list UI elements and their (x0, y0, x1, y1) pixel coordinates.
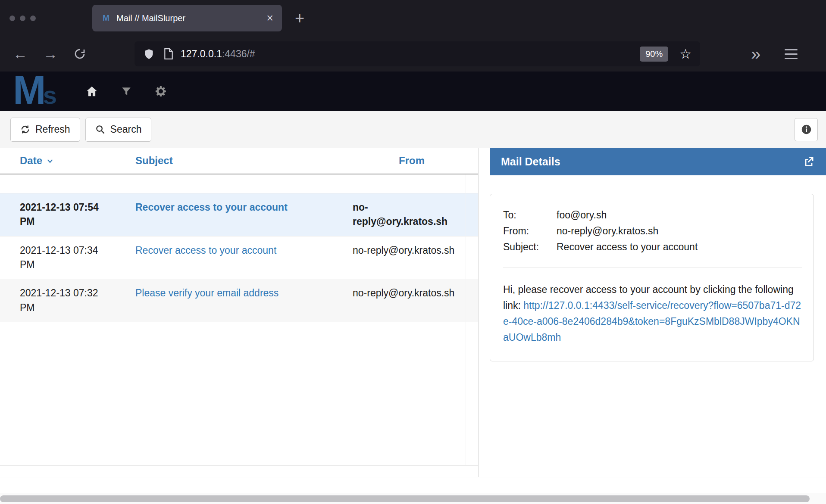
app-toolbar: Refresh Search (0, 111, 826, 148)
toolbar-overflow-icon[interactable]: » (751, 45, 760, 62)
open-in-new-window-icon[interactable] (803, 156, 815, 168)
mail-subject-link[interactable]: Recover access to your account (129, 200, 345, 229)
refresh-button[interactable]: Refresh (10, 118, 80, 142)
logo-letter-m: M (13, 73, 44, 107)
window-close-button[interactable] (9, 16, 15, 21)
mail-from: no-reply@ory.kratos.sh (345, 243, 479, 272)
browser-window: M Mail // MailSlurper × + ← → (0, 0, 826, 504)
page-info-icon[interactable] (163, 48, 174, 59)
window-controls (9, 16, 36, 21)
mail-rows: 2021-12-13 07:54 PM Recover access to yo… (0, 193, 478, 322)
mail-details-header: Mail Details (490, 148, 826, 175)
tab-mailslurper[interactable]: M Mail // MailSlurper × (92, 5, 282, 31)
horizontal-scrollbar-thumb[interactable] (0, 495, 810, 502)
filter-icon[interactable] (121, 86, 132, 97)
url-host: 127.0.0.1 (181, 48, 222, 59)
horizontal-scrollbar-track[interactable] (0, 493, 826, 504)
column-header-date-label: Date (20, 155, 42, 167)
shield-icon[interactable] (143, 48, 155, 60)
field-from: From: no-reply@ory.kratos.sh (503, 223, 802, 239)
zoom-level-badge[interactable]: 90% (640, 47, 668, 62)
logo-letter-s: s (43, 81, 57, 109)
field-from-label: From: (503, 223, 557, 239)
url-bar[interactable]: 127.0.0.1:4436/# 90% ☆ (135, 41, 700, 66)
mail-row[interactable]: 2021-12-13 07:32 PM Please verify your e… (0, 279, 478, 322)
mail-details-title: Mail Details (501, 156, 803, 168)
forward-icon[interactable]: → (43, 47, 58, 61)
menu-hamburger-icon[interactable] (785, 49, 798, 59)
column-header-from: From (345, 155, 479, 167)
mail-body: Hi, please recover access to your accoun… (503, 282, 802, 345)
field-subject-label: Subject: (503, 239, 557, 255)
url-path: :4436/# (222, 48, 255, 59)
field-subject-value: Recover access to your account (557, 239, 698, 255)
window-maximize-button[interactable] (30, 16, 36, 21)
field-to-value: foo@ory.sh (557, 207, 607, 223)
mail-date: 2021-12-13 07:54 PM (0, 200, 129, 229)
window-minimize-button[interactable] (20, 16, 25, 21)
sort-desc-icon (46, 157, 54, 165)
search-button[interactable]: Search (85, 118, 152, 142)
mail-date: 2021-12-13 07:32 PM (0, 286, 129, 315)
gear-icon[interactable] (154, 85, 167, 98)
reload-icon[interactable] (73, 47, 86, 60)
refresh-button-label: Refresh (35, 124, 70, 135)
mail-row[interactable]: 2021-12-13 07:54 PM Recover access to yo… (0, 193, 478, 236)
field-subject: Subject: Recover access to your account (503, 239, 802, 255)
mail-details-card: To: foo@ory.sh From: no-reply@ory.kratos… (490, 194, 814, 361)
new-tab-button[interactable]: + (295, 10, 304, 26)
tab-title: Mail // MailSlurper (116, 13, 266, 23)
info-icon (801, 124, 812, 135)
search-icon (95, 124, 105, 134)
mail-from: no-reply@ory.kratos.sh (345, 200, 479, 229)
field-from-value: no-reply@ory.kratos.sh (557, 223, 658, 239)
field-to: To: foo@ory.sh (503, 207, 802, 223)
browser-nav-bar: ← → 127.0.0.1:4436/# 90% ☆ (0, 36, 826, 72)
mail-list-header: Date Subject From (0, 148, 478, 174)
mailslurper-logo: M s (13, 73, 57, 109)
back-icon[interactable]: ← (13, 47, 28, 61)
card-divider (503, 268, 802, 268)
app-header: M s (0, 72, 826, 111)
main-content: Date Subject From 2021-12-13 07:54 PM Re… (0, 148, 826, 477)
bookmark-star-icon[interactable]: ☆ (679, 47, 691, 61)
browser-tab-bar: M Mail // MailSlurper × + (0, 0, 826, 36)
field-to-label: To: (503, 207, 557, 223)
mail-subject-link[interactable]: Please verify your email address (129, 286, 345, 315)
recovery-link[interactable]: http://127.0.0.1:4433/self-service/recov… (503, 300, 801, 343)
info-button[interactable] (795, 118, 818, 141)
refresh-icon (20, 124, 30, 134)
mail-row[interactable]: 2021-12-13 07:34 PM Recover access to yo… (0, 236, 478, 280)
tab-close-icon[interactable]: × (266, 12, 273, 24)
mail-from: no-reply@ory.kratos.sh (345, 286, 479, 315)
mail-date: 2021-12-13 07:34 PM (0, 243, 129, 272)
home-icon[interactable] (85, 85, 98, 98)
mail-details-pane: Mail Details To: foo@ory.sh From: no-rep… (479, 148, 826, 477)
column-header-date[interactable]: Date (0, 155, 129, 167)
url-text: 127.0.0.1:4436/# (181, 48, 255, 60)
mail-list-pane: Date Subject From 2021-12-13 07:54 PM Re… (0, 148, 479, 477)
search-button-label: Search (110, 124, 142, 135)
column-header-subject: Subject (129, 155, 345, 167)
mail-subject-link[interactable]: Recover access to your account (129, 243, 345, 272)
mailslurper-favicon-icon: M (101, 13, 111, 23)
